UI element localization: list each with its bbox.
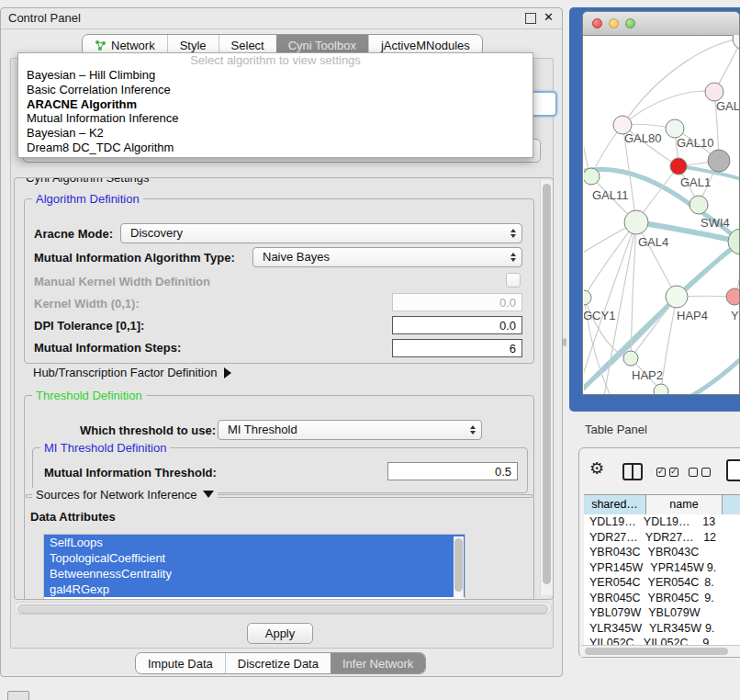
table-row[interactable]: YBL079WYBL079W [584, 605, 740, 621]
node-gcy1[interactable] [584, 290, 591, 305]
network-edge[interactable] [636, 222, 677, 297]
attribute-item-selfloops[interactable]: SelfLoops [44, 535, 465, 550]
panel-title: Control Panel [8, 11, 81, 25]
network-canvas[interactable]: GALGAL80GAL10GAL1GAL11SWI4GAL4GCY1HAP4YH… [584, 35, 740, 395]
manual-kernel-label: Manual Kernel Width Definition [34, 275, 210, 288]
expand-right-icon[interactable] [224, 367, 231, 378]
column-header-a[interactable]: A [723, 495, 740, 515]
tab-discretize-data[interactable]: Discretize Data [225, 653, 331, 673]
table-cell: YDR27… [638, 530, 701, 546]
table-cell: YBL079W [584, 605, 641, 621]
close-icon[interactable]: ✕ [544, 10, 554, 24]
aracne-mode-combo[interactable]: Discovery [120, 223, 522, 243]
algorithm-option-mutual-information-inference[interactable]: Mutual Information Inference [18, 111, 533, 126]
node-gal-pink[interactable] [705, 83, 723, 101]
mi-steps-label: Mutual Information Steps: [34, 341, 181, 355]
node-gal10[interactable] [666, 119, 684, 138]
network-edge[interactable] [622, 91, 714, 125]
scrollbar-thumb[interactable] [454, 538, 463, 592]
node-hap4[interactable] [666, 286, 688, 308]
network-view-frame: GALGAL80GAL10GAL1GAL11SWI4GAL4GCY1HAP4YH… [569, 7, 740, 412]
column-layout-icon[interactable] [622, 463, 643, 480]
which-threshold-value: MI Threshold [228, 421, 297, 439]
node-gal1-label: GAL1 [680, 175, 711, 189]
table-cell [701, 545, 740, 560]
network-edge[interactable] [584, 222, 636, 298]
column-header-name[interactable]: name [646, 495, 723, 515]
node-gal1[interactable] [670, 158, 687, 175]
algorithm-option-aracne-algorithm[interactable]: ARACNE Algorithm [18, 97, 533, 112]
node-swi4[interactable] [690, 196, 708, 214]
kernel-width-field[interactable]: 0.0 [392, 293, 522, 311]
node-hap2[interactable] [623, 351, 638, 366]
settings-group-title: Cyni Algorithm Settings [22, 177, 152, 185]
threshold-definition-group: Threshold Definition Which threshold to … [24, 395, 534, 498]
table-row[interactable]: YER054CYER054C8. [584, 575, 740, 591]
collapse-down-icon[interactable] [203, 491, 214, 498]
scrollbar-thumb[interactable] [543, 184, 551, 584]
deselect-all-icon[interactable] [689, 468, 711, 477]
hub-definition-section[interactable]: Hub/Transcription Factor Definition [33, 366, 231, 379]
which-threshold-combo[interactable]: MI Threshold [218, 420, 482, 440]
algorithm-option-dream8-dc-tdc-algorithm[interactable]: Dream8 DC_TDC Algorithm [18, 141, 533, 155]
algorithm-option-basic-correlation-inference[interactable]: Basic Correlation Inference [18, 83, 533, 97]
mi-algo-type-combo[interactable]: Naive Bayes [252, 247, 522, 267]
manual-kernel-checkbox[interactable] [506, 273, 521, 288]
table-horizontal-scrollbar[interactable] [581, 645, 740, 657]
network-edge[interactable] [683, 356, 740, 395]
attribute-item-topologicalcoefficient[interactable]: TopologicalCoefficient [44, 550, 465, 566]
mi-steps-field[interactable]: 6 [392, 339, 522, 357]
threshold-definition-title: Threshold Definition [32, 389, 146, 402]
node-gal4[interactable] [624, 210, 648, 234]
node-bottom[interactable] [654, 384, 668, 395]
tab-infer-network[interactable]: Infer Network [331, 653, 425, 673]
table-icon[interactable] [726, 459, 740, 481]
mi-threshold-field[interactable]: 0.5 [387, 462, 518, 480]
hub-definition-label: Hub/Transcription Factor Definition [33, 366, 217, 379]
data-attributes-list[interactable]: SelfLoopsTopologicalCoefficientBetweenne… [43, 534, 465, 600]
network-window-titlebar[interactable] [583, 12, 739, 36]
column-header-shared[interactable]: shared… [584, 495, 646, 515]
aracne-mode-value: Discovery [130, 224, 183, 243]
node-gray[interactable] [708, 150, 730, 172]
panel-divider-handle[interactable] [563, 338, 566, 346]
scrollbar-thumb[interactable] [17, 604, 548, 614]
attribute-item-gal4rgexp[interactable]: gal4RGexp [44, 581, 465, 597]
node-top-right[interactable] [733, 35, 740, 50]
list-vertical-scrollbar[interactable] [454, 536, 464, 599]
close-traffic-light-icon[interactable] [592, 18, 602, 28]
table-cell: 8. [701, 575, 740, 591]
table-row[interactable]: YDL19…YDL19…13 [584, 514, 740, 530]
node-salmon[interactable] [726, 288, 740, 305]
node-hap4-label: HAP4 [677, 309, 708, 322]
tab-impute-data[interactable]: Impute Data [136, 653, 225, 673]
mi-algo-type-value: Naive Bayes [263, 248, 330, 266]
table-cell: 9. [700, 636, 740, 645]
table-row[interactable]: YBR043CYBR043C [584, 545, 740, 560]
table-row[interactable]: YDR27…YDR27…12 [584, 530, 740, 546]
minimize-traffic-light-icon[interactable] [609, 18, 619, 28]
table-row[interactable]: YBR045CYBR045C9. [584, 591, 740, 606]
settings-vertical-scrollbar[interactable] [540, 180, 553, 595]
apply-button[interactable]: Apply [247, 623, 313, 644]
network-edge[interactable] [677, 243, 740, 297]
minimized-panel-icon[interactable] [7, 691, 29, 700]
dpi-tolerance-field[interactable]: 0.0 [392, 316, 522, 334]
table-row[interactable]: YLR345WYLR345W9. [584, 621, 740, 637]
node-gal11[interactable] [584, 168, 600, 185]
mi-algo-type-label: Mutual Information Algorithm Type: [34, 251, 235, 265]
table-row[interactable]: YPR145WYPR145W9. [584, 560, 740, 576]
settings-horizontal-scrollbar[interactable] [14, 602, 552, 615]
table-row[interactable]: YIL052CYIL052C9. [584, 636, 740, 645]
attribute-item-betweennesscentrality[interactable]: BetweennessCentrality [44, 566, 465, 581]
zoom-traffic-light-icon[interactable] [625, 18, 635, 28]
node-gal10-label: GAL10 [677, 136, 713, 150]
network-edge[interactable] [631, 297, 677, 358]
settings-gear-icon[interactable]: ⚙ [589, 460, 604, 477]
algorithm-option-bayesian-k2[interactable]: Bayesian – K2 [18, 126, 533, 141]
table-header: shared…nameA [584, 494, 740, 516]
float-window-icon[interactable] [525, 13, 536, 24]
select-all-icon[interactable] [656, 468, 678, 477]
algorithm-option-bayesian-hill-climbing[interactable]: Bayesian – Hill Climbing [18, 68, 533, 83]
scrollbar-thumb[interactable] [585, 648, 728, 655]
